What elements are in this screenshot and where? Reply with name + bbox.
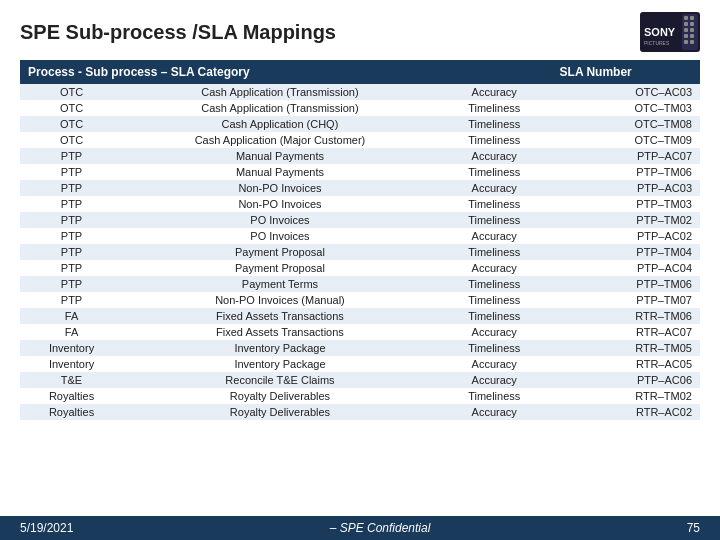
sony-logo: SONY PICTURES bbox=[640, 12, 700, 52]
cell-category: Timeliness bbox=[437, 100, 552, 116]
cell-sla-number: OTC–AC03 bbox=[552, 84, 700, 100]
cell-sla-number: OTC–TM09 bbox=[552, 132, 700, 148]
cell-subprocess: Non-PO Invoices (Manual) bbox=[123, 292, 437, 308]
cell-category: Timeliness bbox=[437, 196, 552, 212]
cell-sla-number: RTR–TM06 bbox=[552, 308, 700, 324]
cell-subprocess: Payment Proposal bbox=[123, 244, 437, 260]
cell-subprocess: Non-PO Invoices bbox=[123, 196, 437, 212]
cell-category: Timeliness bbox=[437, 116, 552, 132]
svg-rect-2 bbox=[684, 16, 688, 20]
table-row: OTCCash Application (Transmission)Accura… bbox=[20, 84, 700, 100]
cell-subprocess: PO Invoices bbox=[123, 212, 437, 228]
table-row: PTPPO InvoicesTimelinessPTP–TM02 bbox=[20, 212, 700, 228]
svg-rect-5 bbox=[684, 34, 688, 38]
table-header-sla: SLA Number bbox=[552, 60, 700, 84]
table-row: PTPPayment ProposalAccuracyPTP–AC04 bbox=[20, 260, 700, 276]
cell-subprocess: Cash Application (Major Customer) bbox=[123, 132, 437, 148]
cell-subprocess: Inventory Package bbox=[123, 340, 437, 356]
cell-process: FA bbox=[20, 308, 123, 324]
cell-subprocess: Manual Payments bbox=[123, 148, 437, 164]
cell-sla-number: PTP–TM03 bbox=[552, 196, 700, 212]
cell-subprocess: Reconcile T&E Claims bbox=[123, 372, 437, 388]
table-row: RoyaltiesRoyalty DeliverablesAccuracyRTR… bbox=[20, 404, 700, 420]
cell-process: Royalties bbox=[20, 404, 123, 420]
cell-subprocess: Royalty Deliverables bbox=[123, 388, 437, 404]
table-row: PTPPayment ProposalTimelinessPTP–TM04 bbox=[20, 244, 700, 260]
cell-category: Accuracy bbox=[437, 260, 552, 276]
svg-rect-6 bbox=[684, 40, 688, 44]
table-header-process: Process - Sub process – SLA Category bbox=[20, 60, 552, 84]
cell-subprocess: Payment Proposal bbox=[123, 260, 437, 276]
cell-process: PTP bbox=[20, 180, 123, 196]
cell-category: Timeliness bbox=[437, 276, 552, 292]
cell-subprocess: PO Invoices bbox=[123, 228, 437, 244]
table-row: OTCCash Application (Transmission)Timeli… bbox=[20, 100, 700, 116]
cell-category: Accuracy bbox=[437, 180, 552, 196]
table-row: T&EReconcile T&E ClaimsAccuracyPTP–AC06 bbox=[20, 372, 700, 388]
cell-sla-number: PTP–TM07 bbox=[552, 292, 700, 308]
cell-subprocess: Inventory Package bbox=[123, 356, 437, 372]
svg-rect-4 bbox=[684, 28, 688, 32]
table-row: PTPPO InvoicesAccuracyPTP–AC02 bbox=[20, 228, 700, 244]
cell-category: Timeliness bbox=[437, 212, 552, 228]
cell-sla-number: RTR–TM05 bbox=[552, 340, 700, 356]
cell-sla-number: RTR–AC07 bbox=[552, 324, 700, 340]
svg-rect-11 bbox=[690, 40, 694, 44]
table-row: OTCCash Application (CHQ)TimelinessOTC–T… bbox=[20, 116, 700, 132]
cell-subprocess: Royalty Deliverables bbox=[123, 404, 437, 420]
cell-subprocess: Fixed Assets Transactions bbox=[123, 308, 437, 324]
table-row: OTCCash Application (Major Customer)Time… bbox=[20, 132, 700, 148]
cell-process: PTP bbox=[20, 212, 123, 228]
table-row: FAFixed Assets TransactionsTimelinessRTR… bbox=[20, 308, 700, 324]
cell-subprocess: Payment Terms bbox=[123, 276, 437, 292]
svg-rect-8 bbox=[690, 22, 694, 26]
cell-sla-number: PTP–AC02 bbox=[552, 228, 700, 244]
cell-subprocess: Fixed Assets Transactions bbox=[123, 324, 437, 340]
cell-process: PTP bbox=[20, 228, 123, 244]
table-container: Process - Sub process – SLA Category SLA… bbox=[0, 60, 720, 420]
footer-date: 5/19/2021 bbox=[20, 521, 73, 535]
cell-category: Timeliness bbox=[437, 132, 552, 148]
cell-process: Inventory bbox=[20, 356, 123, 372]
footer: 5/19/2021 – SPE Confidential 75 bbox=[0, 516, 720, 540]
cell-process: PTP bbox=[20, 164, 123, 180]
cell-process: OTC bbox=[20, 84, 123, 100]
cell-sla-number: PTP–TM04 bbox=[552, 244, 700, 260]
cell-process: OTC bbox=[20, 100, 123, 116]
table-row: InventoryInventory PackageAccuracyRTR–AC… bbox=[20, 356, 700, 372]
cell-sla-number: PTP–AC07 bbox=[552, 148, 700, 164]
cell-subprocess: Cash Application (Transmission) bbox=[123, 100, 437, 116]
cell-process: PTP bbox=[20, 244, 123, 260]
cell-process: PTP bbox=[20, 292, 123, 308]
cell-process: Royalties bbox=[20, 388, 123, 404]
cell-category: Accuracy bbox=[437, 228, 552, 244]
svg-rect-9 bbox=[690, 28, 694, 32]
cell-subprocess: Cash Application (Transmission) bbox=[123, 84, 437, 100]
cell-sla-number: RTR–TM02 bbox=[552, 388, 700, 404]
footer-page: 75 bbox=[687, 521, 700, 535]
table-row: PTPManual PaymentsTimelinessPTP–TM06 bbox=[20, 164, 700, 180]
cell-sla-number: PTP–AC04 bbox=[552, 260, 700, 276]
table-row: PTPPayment TermsTimelinessPTP–TM06 bbox=[20, 276, 700, 292]
svg-rect-10 bbox=[690, 34, 694, 38]
table-row: FAFixed Assets TransactionsAccuracyRTR–A… bbox=[20, 324, 700, 340]
cell-sla-number: RTR–AC05 bbox=[552, 356, 700, 372]
cell-process: PTP bbox=[20, 148, 123, 164]
cell-subprocess: Non-PO Invoices bbox=[123, 180, 437, 196]
cell-process: OTC bbox=[20, 132, 123, 148]
cell-sla-number: PTP–TM06 bbox=[552, 276, 700, 292]
cell-category: Accuracy bbox=[437, 372, 552, 388]
svg-rect-7 bbox=[690, 16, 694, 20]
cell-category: Accuracy bbox=[437, 324, 552, 340]
svg-text:PICTURES: PICTURES bbox=[644, 40, 670, 46]
table-row: InventoryInventory PackageTimelinessRTR–… bbox=[20, 340, 700, 356]
table-row: PTPManual PaymentsAccuracyPTP–AC07 bbox=[20, 148, 700, 164]
cell-process: PTP bbox=[20, 276, 123, 292]
cell-sla-number: PTP–AC06 bbox=[552, 372, 700, 388]
cell-subprocess: Manual Payments bbox=[123, 164, 437, 180]
header: SPE Sub-process /SLA Mappings SONY PI bbox=[0, 0, 720, 60]
sla-table: Process - Sub process – SLA Category SLA… bbox=[20, 60, 700, 420]
cell-category: Accuracy bbox=[437, 356, 552, 372]
cell-process: PTP bbox=[20, 196, 123, 212]
table-row: PTPNon-PO InvoicesTimelinessPTP–TM03 bbox=[20, 196, 700, 212]
